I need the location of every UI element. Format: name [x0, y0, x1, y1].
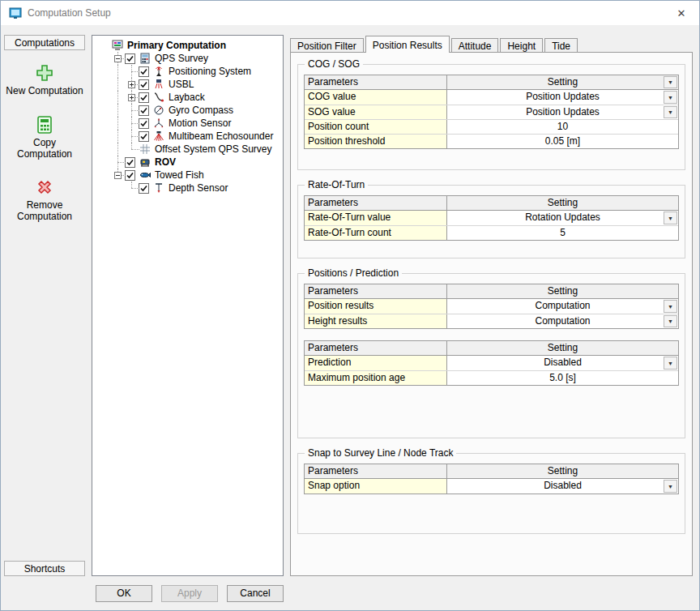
column-header-setting: Setting [447, 284, 678, 298]
setting-cell-rate-of-turn-value[interactable]: Rotation Updates▼ [447, 211, 678, 225]
tree-node-label: Layback [169, 92, 205, 103]
dropdown-arrow-icon[interactable]: ▼ [664, 76, 677, 88]
tab-tide[interactable]: Tide [544, 38, 578, 52]
table-row: Height resultsComputation▼ [305, 314, 678, 328]
tree-node-label: Positioning System [169, 66, 251, 77]
copy-computation-button[interactable]: Copy Computation [5, 115, 84, 160]
multibeam-icon [152, 130, 165, 142]
collapse-icon[interactable] [114, 55, 122, 62]
setting-cell-snap-option[interactable]: Disabled▼ [447, 479, 678, 494]
remove-computation-button[interactable]: Remove Computation [5, 177, 84, 223]
table-row: COG valuePosition Updates▼ [305, 90, 678, 105]
setting-cell-rate-of-turn-count[interactable]: 5 [447, 226, 678, 240]
tree-node-qps-survey[interactable]: QPS Survey [92, 52, 283, 65]
tree-node-label: Offset System QPS Survey [155, 143, 272, 155]
tree-node-multibeam-echosounder[interactable]: Multibeam Echosounder [92, 130, 283, 143]
action-label: New Computation [6, 86, 83, 97]
group-positions-prediction: Positions / PredictionParametersSettingP… [297, 273, 685, 438]
tree-node-usbl[interactable]: USBL [92, 78, 283, 91]
close-icon[interactable]: ✕ [670, 7, 693, 19]
dropdown-arrow-icon[interactable]: ▼ [664, 91, 677, 104]
window-title: Computation Setup [28, 7, 670, 19]
tree-guide-line [117, 143, 118, 156]
tree-node-rov[interactable]: ROV [92, 156, 283, 169]
settings-table: ParametersSettingPosition resultsComputa… [304, 284, 679, 329]
tree-node-towed-fish[interactable]: Towed Fish [92, 169, 283, 182]
expand-icon[interactable] [128, 94, 135, 101]
new-computation-icon [35, 63, 54, 83]
computations-button[interactable]: Computations [4, 35, 85, 50]
title-bar: Computation Setup ✕ [1, 1, 699, 25]
checkbox[interactable] [125, 157, 135, 168]
ok-button[interactable]: OK [96, 585, 152, 602]
setting-cell-cog-value[interactable]: Position Updates▼ [447, 90, 678, 105]
settings-table: ParametersSettingSnap optionDisabled▼ [304, 464, 679, 494]
tree-node-depth-sensor[interactable]: Depth Sensor [92, 182, 283, 194]
tree-node-motion-sensor[interactable]: Motion Sensor [92, 117, 283, 130]
checkbox[interactable] [139, 105, 149, 116]
table-row: Position threshold0.05 [m] [305, 134, 678, 148]
table-row: SOG valuePosition Updates▼ [305, 105, 678, 119]
collapse-icon[interactable] [114, 172, 122, 179]
group-title: COG / SOG [305, 58, 363, 70]
setting-cell-sog-value[interactable]: Position Updates▼ [447, 105, 678, 119]
tab-height[interactable]: Height [500, 38, 543, 52]
computation-setup-dialog: Computation Setup ✕ Computations New Com… [0, 0, 700, 611]
gyro-icon [152, 105, 165, 116]
usbl-icon [152, 79, 165, 90]
tree-node-label: ROV [155, 156, 176, 168]
tree-node-layback[interactable]: Layback [92, 91, 283, 104]
tree-node-label: Multibeam Echosounder [169, 130, 273, 142]
settings-table: ParametersSettingRate-Of-Turn valueRotat… [304, 195, 679, 241]
action-label: Remove Computation [5, 200, 84, 223]
setting-cell-position-count[interactable]: 10 [447, 120, 678, 134]
param-cell-rate-of-turn-count: Rate-Of-Turn count [305, 226, 447, 240]
column-header-setting: Setting [447, 196, 678, 210]
tab-position-filter[interactable]: Position Filter [290, 38, 364, 52]
tree-node-offset-system-qps-survey[interactable]: Offset System QPS Survey [92, 143, 283, 156]
checkbox[interactable] [139, 131, 149, 142]
checkbox[interactable] [139, 92, 149, 103]
cancel-button[interactable]: Cancel [227, 585, 284, 602]
tree-guide-line [131, 188, 139, 189]
checkbox[interactable] [139, 79, 149, 90]
tab-position-results[interactable]: Position Results [365, 36, 450, 53]
dropdown-arrow-icon[interactable]: ▼ [664, 480, 677, 493]
param-cell-position-threshold: Position threshold [305, 135, 447, 148]
tree-node-primary-computation[interactable]: Primary Computation [92, 39, 283, 52]
tree-node-gyro-compass[interactable]: Gyro Compass [92, 104, 283, 117]
tree-node-label: QPS Survey [155, 53, 208, 64]
tab-attitude[interactable]: Attitude [451, 38, 499, 52]
computation-tree: Primary ComputationQPS SurveyPositioning… [92, 35, 284, 576]
shortcuts-button[interactable]: Shortcuts [4, 561, 85, 576]
setting-cell-position-results[interactable]: Computation▼ [447, 299, 678, 314]
setting-cell-prediction[interactable]: Disabled▼ [447, 356, 678, 370]
setting-value: Computation [535, 300, 590, 311]
sidebar: Computations New ComputationCopy Computa… [4, 35, 85, 576]
checkbox[interactable] [125, 53, 135, 64]
checkbox[interactable] [139, 118, 149, 129]
setting-cell-height-results[interactable]: Computation▼ [447, 314, 678, 328]
new-computation-button[interactable]: New Computation [5, 63, 84, 97]
dropdown-arrow-icon[interactable]: ▼ [664, 212, 677, 224]
dropdown-arrow-icon[interactable]: ▼ [664, 106, 677, 118]
tree-node-positioning-system[interactable]: Positioning System [92, 65, 283, 78]
dropdown-arrow-icon[interactable]: ▼ [664, 300, 677, 313]
tree-node-label: Towed Fish [155, 169, 204, 181]
group-title: Rate-Of-Turn [305, 179, 368, 190]
tree-node-label: Gyro Compass [169, 105, 233, 116]
checkbox[interactable] [125, 170, 135, 181]
setting-value: 0.05 [m] [545, 135, 580, 147]
group-cog-sog: COG / SOGParametersSetting▼COG valuePosi… [297, 64, 685, 170]
setting-cell-position-threshold[interactable]: 0.05 [m] [447, 135, 678, 148]
setting-cell-maximum-position-age[interactable]: 5.0 [s] [447, 371, 678, 385]
param-cell-sog-value: SOG value [305, 105, 447, 119]
dropdown-arrow-icon[interactable]: ▼ [664, 315, 677, 327]
checkbox[interactable] [139, 183, 149, 194]
tree-guide-line [131, 110, 139, 111]
expand-icon[interactable] [128, 81, 135, 88]
survey-icon [139, 53, 152, 64]
checkbox[interactable] [139, 66, 149, 77]
tree-guide-line [131, 143, 132, 149]
dropdown-arrow-icon[interactable]: ▼ [664, 357, 677, 370]
